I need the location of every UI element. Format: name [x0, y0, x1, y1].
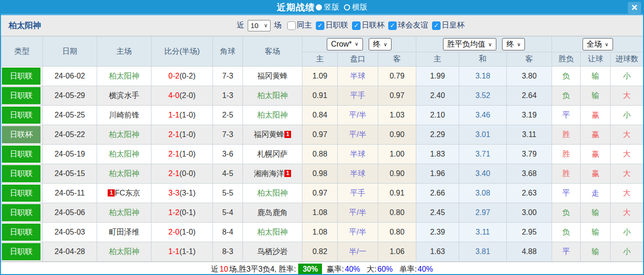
summary-record: 场,胜3平3负4, 胜率:	[229, 265, 296, 275]
cell-home-team: 柏太阳神	[97, 67, 151, 86]
cell-league-type: 日职联	[1, 184, 43, 203]
league-type-badge: 日职联	[2, 165, 40, 182]
cell-date: 24-05-03	[43, 223, 97, 242]
checkbox-label[interactable]: 日职联	[325, 20, 348, 30]
cell-odds-away: 0.91	[378, 184, 416, 203]
home-team-name: 柏太阳神	[109, 130, 140, 138]
cell-result-handicap: 赢	[581, 164, 611, 184]
period-group: 全场 ∨	[552, 37, 644, 52]
cell-result-handicap: 输	[581, 203, 611, 223]
cell-date: 24-05-22	[43, 125, 97, 145]
cell-avg-draw: 3.71	[459, 145, 507, 164]
table-row: 日职联24-04-28柏太阳神1-1(1-1)8-3鸟栖沙岩0.82半/一1.0…	[1, 242, 644, 262]
cell-handicap: 半球	[338, 145, 378, 164]
cell-avg-away: 2.64	[507, 86, 552, 106]
checkbox-checked-icon[interactable]: ✓	[352, 21, 361, 30]
cell-result-ou: 大	[611, 86, 644, 106]
away-team-name: 柏太阳神	[257, 111, 288, 119]
cell-league-type: 日职联	[1, 145, 43, 164]
checkbox-label[interactable]: 日皇杯	[442, 20, 464, 30]
cell-away-team: 福冈黄蜂1	[243, 125, 302, 145]
cell-away-team: 柏太阳神	[243, 86, 302, 106]
cell-odds-home: 0.98	[302, 164, 338, 184]
recent-count-value: 10	[251, 21, 259, 29]
cell-home-team: 柏太阳神	[97, 164, 151, 184]
cell-result-wdl: 平	[552, 106, 581, 125]
cell-away-team: 鹿岛鹿角	[243, 203, 302, 223]
checkbox-label[interactable]: 球会友谊	[398, 20, 428, 30]
subcol-avg-away: 客	[507, 52, 552, 67]
fulltime-score: 1-2	[169, 208, 180, 216]
cell-score: 2-1(1-0)	[151, 125, 213, 145]
odds-company-select[interactable]: Crow* ∨	[327, 38, 363, 50]
odds-time-select-1[interactable]: 终 ∨	[369, 38, 392, 50]
cell-home-team: 柏太阳神	[97, 145, 151, 164]
away-team-name: 鸟栖沙岩	[257, 247, 288, 255]
cell-date: 24-05-15	[43, 164, 97, 184]
cell-date: 24-05-19	[43, 145, 97, 164]
subcol-crow-away: 客	[378, 52, 416, 67]
cell-result-wdl: 负	[552, 203, 581, 223]
title-bar: 近期战绩 竖版横版 ×	[1, 1, 643, 15]
cell-score: 1-1(1-1)	[151, 242, 213, 262]
recent-count-select[interactable]: 10 ∨	[248, 20, 271, 31]
checkbox-checked-icon[interactable]: ✓	[316, 21, 324, 30]
away-team-name: 柏太阳神	[257, 189, 288, 197]
cell-result-ou: 小	[611, 106, 644, 125]
big-rate-label: 大:	[367, 265, 376, 275]
subcol-goals: 进球数	[611, 52, 644, 67]
cell-result-handicap: 赢	[581, 145, 611, 164]
checkbox-label[interactable]: 同主	[297, 20, 312, 30]
cell-odds-home: 0.82	[302, 242, 338, 262]
red-card-badge: 1	[108, 189, 115, 196]
odds-company-group: Crow* ∨ 终 ∨	[302, 37, 416, 52]
cell-away-team: 鸟栖沙岩	[243, 242, 302, 262]
halftime-score: (0-2)	[180, 72, 196, 80]
fulltime-score: 1-1	[169, 111, 180, 119]
league-type-badge: 日职联	[2, 87, 40, 104]
cell-score: 4-0(2-0)	[151, 86, 213, 106]
layout-radio-icon[interactable]	[344, 4, 350, 10]
cell-avg-home: 1.63	[416, 242, 459, 262]
table-row: 日职联24-05-15柏太阳神2-1(0-0)4-5湘南海洋10.98半球0.9…	[1, 164, 644, 184]
home-team-name: 町田泽维	[109, 228, 140, 236]
odds-time-select-2[interactable]: 终 ∨	[502, 38, 525, 50]
home-team-name: 柏太阳神	[109, 150, 140, 158]
cell-away-team: 福冈黄蜂	[243, 67, 302, 86]
cell-result-handicap: 输	[581, 223, 611, 242]
close-button[interactable]: ×	[628, 2, 641, 14]
cell-odds-away: 0.79	[378, 67, 416, 86]
cell-away-team: 柏太阳神	[243, 223, 302, 242]
recent-results-dialog: 近期战绩 竖版横版 × 柏太阳神 近 10 ∨ 场 同主✓日职联✓日联杯✓球会友…	[0, 0, 644, 275]
cell-avg-draw: 3.11	[459, 223, 507, 242]
checkbox-unchecked-icon[interactable]	[287, 21, 296, 30]
cell-corner: 4-5	[213, 164, 243, 184]
cell-handicap: 平手	[338, 86, 378, 106]
checkbox-label[interactable]: 日联杯	[362, 20, 384, 30]
cell-league-type: 日职联	[1, 203, 43, 223]
cell-handicap: 平手	[338, 184, 378, 203]
avg-odds-select[interactable]: 胜平负均值 ∨	[443, 38, 496, 50]
col-header-type: 类型	[1, 37, 43, 67]
cell-score: 3-3(3-1)	[151, 184, 213, 203]
cell-score: 2-0(1-0)	[151, 223, 213, 242]
cell-avg-away: 3.68	[507, 164, 552, 184]
layout-radio-icon[interactable]	[316, 4, 322, 10]
layout-radio-label[interactable]: 竖版	[324, 2, 339, 12]
checkbox-checked-icon[interactable]: ✓	[388, 21, 397, 30]
period-select[interactable]: 全场 ∨	[583, 38, 613, 50]
checkbox-checked-icon[interactable]: ✓	[432, 21, 441, 30]
home-team-name: 柏太阳神	[109, 72, 140, 80]
cell-result-handicap: 赢	[581, 106, 611, 125]
league-type-badge: 日职联	[2, 204, 40, 221]
win-rate-badge: 30%	[298, 264, 322, 275]
cell-avg-away: 3.80	[507, 67, 552, 86]
cell-result-wdl: 胜	[552, 145, 581, 164]
away-team-name: 福冈黄蜂	[257, 72, 288, 80]
cell-avg-home: 1.83	[416, 145, 459, 164]
table-row: 日职联24-05-06柏太阳神1-2(0-1)5-4鹿岛鹿角1.08平/半0.8…	[1, 203, 644, 223]
cell-league-type: 日职联	[1, 223, 43, 242]
away-team-name: 鹿岛鹿角	[257, 208, 288, 216]
layout-radio-label[interactable]: 横版	[352, 2, 367, 12]
chevron-down-icon: ∨	[264, 22, 268, 29]
